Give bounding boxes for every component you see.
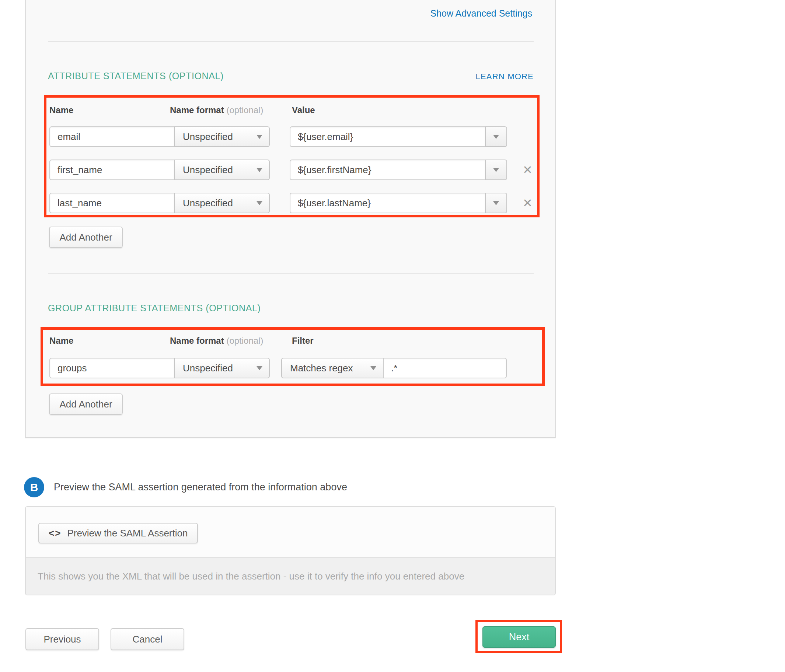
- column-header-name-format: Name format (optional): [170, 105, 292, 115]
- preview-note-strip: This shows you the XML that will be used…: [26, 557, 555, 595]
- column-header-name-format: Name format (optional): [170, 336, 292, 346]
- step-b-badge: B: [24, 477, 44, 497]
- add-another-group-attribute-button[interactable]: Add Another: [49, 394, 123, 415]
- next-button[interactable]: Next: [482, 626, 556, 648]
- add-another-attribute-button[interactable]: Add Another: [49, 227, 123, 248]
- chevron-down-icon: [371, 366, 376, 370]
- chevron-down-icon: [493, 201, 499, 205]
- expression-dropdown-button[interactable]: [485, 193, 507, 213]
- attribute-row-first-name: Unspecified ✕: [49, 159, 537, 180]
- group-table-header: Name Name format (optional) Filter: [49, 336, 542, 346]
- chevron-down-icon: [493, 168, 499, 172]
- highlight-box-group-attribute-statements: Name Name format (optional) Filter Unspe…: [41, 327, 545, 386]
- chevron-down-icon: [256, 135, 263, 139]
- highlight-box-next-button: Next: [475, 620, 562, 653]
- expression-dropdown-button[interactable]: [485, 159, 507, 180]
- group-name-input[interactable]: [49, 358, 175, 378]
- attribute-value-input[interactable]: [290, 127, 486, 147]
- preview-saml-assertion-button[interactable]: <> Preview the SAML Assertion: [38, 523, 198, 544]
- preview-note-text: This shows you the XML that will be used…: [38, 571, 464, 582]
- attribute-statements-header: ATTRIBUTE STATEMENTS (OPTIONAL) LEARN MO…: [48, 71, 534, 81]
- optional-label: (optional): [226, 105, 263, 115]
- code-icon: <>: [48, 528, 61, 539]
- column-header-name: Name: [49, 336, 170, 346]
- expression-dropdown-button[interactable]: [485, 127, 507, 147]
- divider: [48, 41, 534, 42]
- group-attribute-statements-header: GROUP ATTRIBUTE STATEMENTS (OPTIONAL): [48, 303, 534, 314]
- column-header-value: Value: [292, 105, 315, 115]
- saml-settings-panel: Show Advanced Settings ATTRIBUTE STATEME…: [25, 0, 556, 438]
- step-b-text: Preview the SAML assertion generated fro…: [54, 481, 347, 493]
- name-format-value: Unspecified: [183, 131, 233, 142]
- name-format-select[interactable]: Unspecified: [174, 159, 270, 180]
- column-header-filter: Filter: [292, 336, 314, 346]
- chevron-down-icon: [256, 168, 263, 172]
- attribute-value-input[interactable]: [290, 159, 486, 180]
- remove-row-button[interactable]: ✕: [522, 164, 533, 176]
- chevron-down-icon: [256, 201, 263, 205]
- name-format-value: Unspecified: [183, 164, 233, 176]
- learn-more-link[interactable]: LEARN MORE: [476, 72, 534, 81]
- group-attribute-statements-title: GROUP ATTRIBUTE STATEMENTS (OPTIONAL): [48, 303, 261, 314]
- column-header-name: Name: [49, 105, 170, 115]
- show-advanced-settings-link[interactable]: Show Advanced Settings: [430, 8, 532, 19]
- step-b-heading: B Preview the SAML assertion generated f…: [24, 477, 347, 497]
- group-attribute-row: Unspecified Matches regex: [49, 358, 542, 378]
- attribute-table-header: Name Name format (optional) Value: [49, 105, 537, 115]
- name-format-select[interactable]: Unspecified: [174, 127, 270, 147]
- optional-label: (optional): [226, 336, 263, 345]
- name-format-select[interactable]: Unspecified: [174, 193, 270, 213]
- filter-type-select[interactable]: Matches regex: [281, 358, 384, 378]
- remove-spacer: [522, 127, 535, 147]
- preview-button-label: Preview the SAML Assertion: [67, 528, 188, 539]
- attribute-row-last-name: Unspecified ✕: [49, 193, 537, 213]
- highlight-box-attribute-statements: Name Name format (optional) Value Unspec…: [44, 95, 539, 217]
- previous-button[interactable]: Previous: [25, 628, 99, 650]
- cancel-button[interactable]: Cancel: [111, 628, 184, 650]
- chevron-down-icon: [256, 366, 263, 370]
- attribute-row-email: Unspecified: [49, 127, 537, 147]
- attribute-statements-title: ATTRIBUTE STATEMENTS (OPTIONAL): [48, 71, 224, 81]
- attribute-name-input[interactable]: [49, 127, 175, 147]
- remove-row-button[interactable]: ✕: [522, 197, 533, 209]
- divider: [48, 273, 534, 274]
- attribute-value-input[interactable]: [290, 193, 486, 213]
- name-format-value: Unspecified: [183, 197, 233, 209]
- filter-value-input[interactable]: [383, 358, 507, 378]
- filter-type-value: Matches regex: [290, 363, 353, 374]
- preview-assertion-panel: <> Preview the SAML Assertion This shows…: [25, 506, 556, 595]
- attribute-name-input[interactable]: [49, 193, 175, 213]
- name-format-select[interactable]: Unspecified: [174, 358, 270, 378]
- chevron-down-icon: [493, 135, 499, 139]
- name-format-value: Unspecified: [183, 363, 233, 374]
- attribute-name-input[interactable]: [49, 159, 175, 180]
